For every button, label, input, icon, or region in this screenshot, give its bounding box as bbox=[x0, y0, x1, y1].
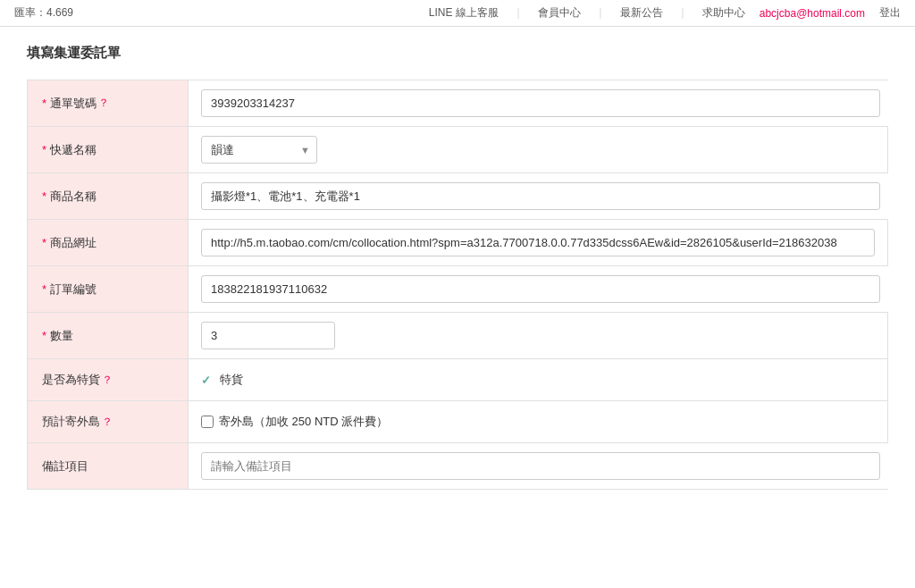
field-checkbox-outer-island: 寄外島（加收 250 NTD 派件費） bbox=[189, 401, 887, 442]
logout-button[interactable]: 登出 bbox=[879, 5, 901, 21]
topbar: 匯率：4.669 LINE 線上客服 ｜ 會員中心 ｜ 最新公告 ｜ 求助中心 … bbox=[0, 0, 915, 27]
label-quantity: * 數量 bbox=[28, 313, 189, 358]
field-product-name: * 商品名稱 bbox=[27, 172, 888, 220]
field-input-quantity bbox=[189, 313, 887, 358]
input-product-name[interactable] bbox=[201, 182, 880, 210]
field-quantity: * 數量 bbox=[27, 312, 888, 359]
outer-island-checkbox-area: 寄外島（加收 250 NTD 派件費） bbox=[201, 414, 388, 430]
label-text: 數量 bbox=[50, 328, 73, 344]
field-express-name: * 快遞名稱 韻達 順豐 中通 圓通 申通 ▼ bbox=[27, 126, 888, 173]
required-mark: * bbox=[42, 189, 46, 203]
label-text: 快遞名稱 bbox=[50, 142, 97, 158]
label-text: 商品網址 bbox=[50, 235, 97, 251]
field-product-url: * 商品網址 bbox=[27, 219, 888, 266]
exchange-rate: 匯率：4.669 bbox=[14, 5, 73, 21]
field-textarea-notes bbox=[189, 443, 893, 489]
label-order-number: * 通單號碼 ？ bbox=[28, 80, 189, 126]
sep3: ｜ bbox=[677, 5, 688, 21]
sep1: ｜ bbox=[513, 5, 524, 21]
required-mark: * bbox=[42, 282, 46, 296]
label-notes: 備註項目 bbox=[28, 443, 189, 489]
nav-news[interactable]: 最新公告 bbox=[620, 5, 663, 21]
required-mark: * bbox=[42, 143, 46, 156]
topbar-nav: LINE 線上客服 ｜ 會員中心 ｜ 最新公告 ｜ 求助中心 abcjcba@h… bbox=[429, 5, 901, 21]
input-product-url[interactable] bbox=[201, 229, 875, 256]
express-select[interactable]: 韻達 順豐 中通 圓通 申通 bbox=[201, 136, 317, 164]
label-product-url: * 商品網址 bbox=[28, 220, 189, 265]
label-order-id: * 訂單編號 bbox=[28, 266, 189, 312]
label-text: 預計寄外島 bbox=[42, 414, 100, 430]
field-input-order-number bbox=[189, 80, 893, 126]
label-product-name: * 商品名稱 bbox=[28, 173, 189, 219]
required-mark: * bbox=[42, 97, 46, 110]
user-email[interactable]: abcjcba@hotmail.com bbox=[760, 7, 865, 20]
field-select-express: 韻達 順豐 中通 圓通 申通 ▼ bbox=[189, 127, 887, 172]
field-order-id: * 訂單編號 bbox=[27, 265, 888, 313]
hint-icon: ？ bbox=[102, 415, 113, 430]
field-input-order-id bbox=[189, 266, 893, 312]
label-outer-island: 預計寄外島 ？ bbox=[28, 401, 189, 442]
special-goods-label: 特貨 bbox=[220, 372, 243, 388]
label-express-name: * 快遞名稱 bbox=[28, 127, 189, 172]
field-input-product-url bbox=[189, 220, 887, 265]
label-text: 商品名稱 bbox=[50, 189, 97, 205]
field-order-number: * 通單號碼 ？ bbox=[27, 80, 888, 127]
required-mark: * bbox=[42, 329, 46, 342]
field-checkbox-special: ✓ 特貨 bbox=[189, 359, 887, 400]
field-input-product-name bbox=[189, 173, 893, 219]
outer-island-label: 寄外島（加收 250 NTD 派件費） bbox=[219, 414, 388, 430]
label-special-goods: 是否為特貨 ？ bbox=[28, 359, 189, 400]
label-text: 是否為特貨 bbox=[42, 372, 100, 388]
page-title: 填寫集運委託單 bbox=[27, 45, 888, 62]
label-text: 通單號碼 bbox=[50, 96, 97, 112]
nav-line[interactable]: LINE 線上客服 bbox=[429, 5, 499, 21]
hint-icon: ？ bbox=[98, 96, 109, 111]
input-order-id[interactable] bbox=[201, 275, 880, 303]
required-mark: * bbox=[42, 236, 46, 249]
check-icon: ✓ bbox=[201, 374, 211, 387]
input-quantity[interactable] bbox=[201, 322, 335, 349]
field-outer-island: 預計寄外島 ？ 寄外島（加收 250 NTD 派件費） bbox=[27, 400, 888, 443]
input-order-number[interactable] bbox=[201, 89, 880, 117]
field-special-goods: 是否為特貨 ？ ✓ 特貨 bbox=[27, 358, 888, 401]
nav-help[interactable]: 求助中心 bbox=[702, 5, 745, 21]
express-select-wrapper: 韻達 順豐 中通 圓通 申通 ▼ bbox=[201, 136, 317, 164]
field-notes: 備註項目 bbox=[27, 442, 888, 490]
special-goods-checkbox-area: ✓ 特貨 bbox=[201, 372, 243, 388]
input-notes[interactable] bbox=[201, 452, 880, 480]
label-text: 訂單編號 bbox=[50, 281, 97, 298]
nav-member[interactable]: 會員中心 bbox=[538, 5, 581, 21]
page-content: 填寫集運委託單 * 通單號碼 ？ * 快遞名稱 韻達 bbox=[0, 27, 915, 507]
label-text: 備註項目 bbox=[42, 458, 88, 475]
form: * 通單號碼 ？ * 快遞名稱 韻達 順豐 中通 圓通 bbox=[27, 80, 888, 490]
sep2: ｜ bbox=[595, 5, 606, 21]
outer-island-checkbox[interactable] bbox=[201, 416, 214, 428]
hint-icon: ？ bbox=[102, 373, 113, 388]
